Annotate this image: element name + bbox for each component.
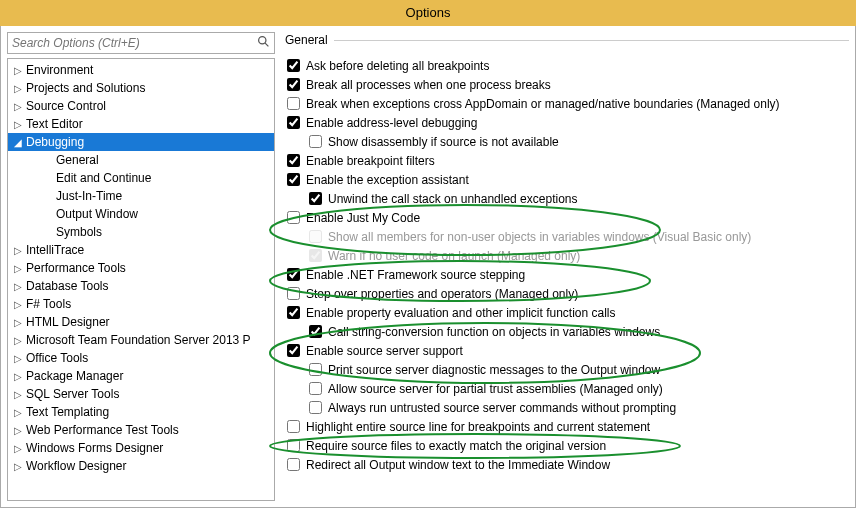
tree-item[interactable]: Just-In-Time	[8, 187, 274, 205]
tree-item-label: Database Tools	[26, 279, 109, 293]
option-checkbox[interactable]	[287, 116, 300, 129]
option-row: Enable Just My Code	[287, 208, 849, 227]
svg-line-1	[265, 43, 268, 46]
option-checkbox[interactable]	[309, 192, 322, 205]
option-label: Enable property evaluation and other imp…	[306, 306, 616, 320]
option-label: Highlight entire source line for breakpo…	[306, 420, 650, 434]
chevron-right-icon: ▷	[14, 371, 26, 382]
option-label: Enable the exception assistant	[306, 173, 469, 187]
tree-item[interactable]: ▷Windows Forms Designer	[8, 439, 274, 457]
tree-item-label: SQL Server Tools	[26, 387, 119, 401]
tree-item[interactable]: ▷SQL Server Tools	[8, 385, 274, 403]
option-checkbox[interactable]	[287, 306, 300, 319]
tree-item[interactable]: ▷F# Tools	[8, 295, 274, 313]
tree-item[interactable]: ▷Microsoft Team Foundation Server 2013 P	[8, 331, 274, 349]
chevron-right-icon: ▷	[14, 83, 26, 94]
tree-item[interactable]: ▷Office Tools	[8, 349, 274, 367]
tree-item[interactable]: ▷Source Control	[8, 97, 274, 115]
tree-item-label: Symbols	[56, 225, 102, 239]
nav-tree[interactable]: ▷Environment▷Projects and Solutions▷Sour…	[7, 58, 275, 501]
option-checkbox[interactable]	[287, 173, 300, 186]
tree-item[interactable]: ▷Environment	[8, 61, 274, 79]
option-checkbox[interactable]	[309, 363, 322, 376]
option-row: Enable property evaluation and other imp…	[287, 303, 849, 322]
tree-item[interactable]: ▷Database Tools	[8, 277, 274, 295]
svg-point-0	[259, 37, 266, 44]
option-row: Break all processes when one process bre…	[287, 75, 849, 94]
chevron-right-icon: ▷	[14, 425, 26, 436]
tree-item[interactable]: Edit and Continue	[8, 169, 274, 187]
tree-item[interactable]: ▷Text Editor	[8, 115, 274, 133]
search-icon	[257, 35, 270, 51]
option-checkbox[interactable]	[287, 78, 300, 91]
tree-item-label: Windows Forms Designer	[26, 441, 163, 455]
tree-item[interactable]: ▷HTML Designer	[8, 313, 274, 331]
left-panel: ▷Environment▷Projects and Solutions▷Sour…	[7, 32, 275, 501]
option-label: Ask before deleting all breakpoints	[306, 59, 489, 73]
tree-item-label: Office Tools	[26, 351, 88, 365]
option-label: Unwind the call stack on unhandled excep…	[328, 192, 578, 206]
search-box[interactable]	[7, 32, 275, 54]
tree-item[interactable]: ◢Debugging	[8, 133, 274, 151]
option-checkbox[interactable]	[287, 439, 300, 452]
tree-item[interactable]: General	[8, 151, 274, 169]
tree-item-label: Package Manager	[26, 369, 123, 383]
option-row: Warn if no user code on launch (Managed …	[287, 246, 849, 265]
tree-item[interactable]: ▷Workflow Designer	[8, 457, 274, 475]
tree-item-label: Workflow Designer	[26, 459, 126, 473]
tree-item-label: HTML Designer	[26, 315, 110, 329]
chevron-right-icon: ▷	[14, 407, 26, 418]
chevron-right-icon: ▷	[14, 281, 26, 292]
tree-item[interactable]: ▷IntelliTrace	[8, 241, 274, 259]
dialog-body: ▷Environment▷Projects and Solutions▷Sour…	[0, 26, 856, 508]
option-row: Allow source server for partial trust as…	[287, 379, 849, 398]
option-checkbox[interactable]	[309, 135, 322, 148]
tree-item-label: IntelliTrace	[26, 243, 84, 257]
option-label: Print source server diagnostic messages …	[328, 363, 660, 377]
option-checkbox[interactable]	[287, 154, 300, 167]
option-row: Enable .NET Framework source stepping	[287, 265, 849, 284]
option-checkbox[interactable]	[309, 382, 322, 395]
option-row: Enable address-level debugging	[287, 113, 849, 132]
chevron-right-icon: ▷	[14, 335, 26, 346]
tree-item-label: Text Templating	[26, 405, 109, 419]
tree-item[interactable]: ▷Web Performance Test Tools	[8, 421, 274, 439]
tree-item-label: Edit and Continue	[56, 171, 151, 185]
option-checkbox[interactable]	[287, 211, 300, 224]
option-row: Enable the exception assistant	[287, 170, 849, 189]
tree-item-label: Debugging	[26, 135, 84, 149]
chevron-right-icon: ▷	[14, 443, 26, 454]
section-header: General	[285, 32, 849, 48]
option-label: Enable .NET Framework source stepping	[306, 268, 525, 282]
option-checkbox[interactable]	[309, 325, 322, 338]
option-row: Break when exceptions cross AppDomain or…	[287, 94, 849, 113]
option-row: Call string-conversion function on objec…	[287, 322, 849, 341]
option-checkbox[interactable]	[287, 287, 300, 300]
tree-item[interactable]: Output Window	[8, 205, 274, 223]
search-input[interactable]	[12, 36, 257, 50]
option-checkbox[interactable]	[287, 344, 300, 357]
option-row: Enable source server support	[287, 341, 849, 360]
option-checkbox[interactable]	[309, 401, 322, 414]
option-checkbox[interactable]	[287, 420, 300, 433]
right-panel: General Ask before deleting all breakpoi…	[285, 32, 849, 501]
section-divider	[334, 40, 849, 41]
option-row: Show disassembly if source is not availa…	[287, 132, 849, 151]
chevron-right-icon: ▷	[14, 299, 26, 310]
tree-item[interactable]: ▷Projects and Solutions	[8, 79, 274, 97]
option-checkbox[interactable]	[287, 97, 300, 110]
tree-item[interactable]: ▷Package Manager	[8, 367, 274, 385]
tree-item[interactable]: ▷Text Templating	[8, 403, 274, 421]
tree-item[interactable]: ▷Performance Tools	[8, 259, 274, 277]
option-checkbox[interactable]	[287, 458, 300, 471]
options-list: Ask before deleting all breakpointsBreak…	[285, 56, 849, 501]
option-label: Enable Just My Code	[306, 211, 420, 225]
option-row: Always run untrusted source server comma…	[287, 398, 849, 417]
tree-item[interactable]: Symbols	[8, 223, 274, 241]
option-label: Show disassembly if source is not availa…	[328, 135, 559, 149]
option-row: Redirect all Output window text to the I…	[287, 455, 849, 474]
option-checkbox[interactable]	[287, 268, 300, 281]
chevron-right-icon: ▷	[14, 389, 26, 400]
option-label: Step over properties and operators (Mana…	[306, 287, 578, 301]
option-checkbox[interactable]	[287, 59, 300, 72]
